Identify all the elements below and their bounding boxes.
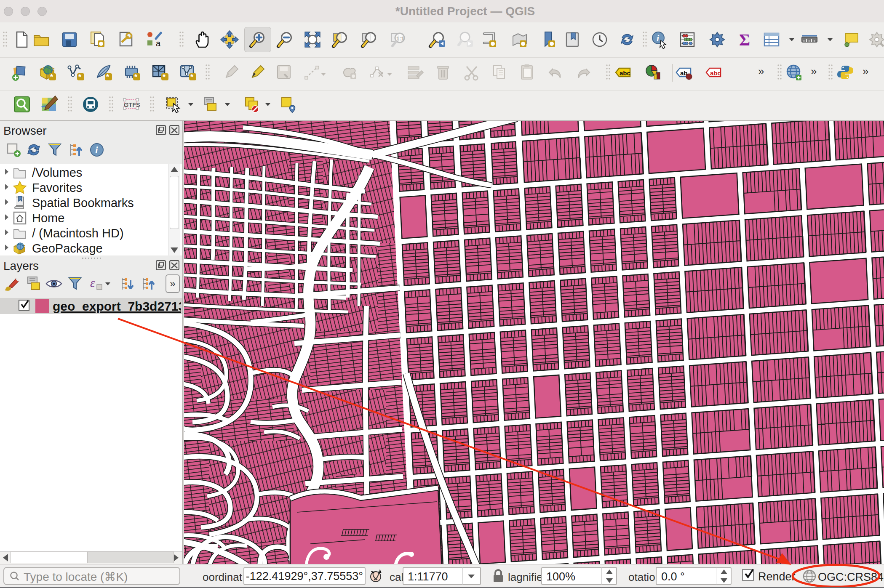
svg-text:1:1: 1:1: [396, 35, 404, 42]
svg-text:*: *: [78, 73, 81, 81]
svg-text:i: i: [657, 33, 660, 43]
svg-text:ε: ε: [90, 276, 95, 290]
svg-text:a: a: [156, 39, 161, 48]
svg-text:abc: abc: [620, 69, 630, 77]
svg-text:abc: abc: [710, 69, 721, 77]
svg-text:*: *: [134, 73, 137, 81]
svg-text:*: *: [50, 73, 53, 81]
svg-text:Σ: Σ: [739, 30, 750, 49]
svg-text:*: *: [106, 73, 109, 81]
svg-text:*: *: [190, 73, 193, 81]
svg-text:i: i: [95, 144, 98, 155]
svg-text:*: *: [163, 73, 166, 81]
